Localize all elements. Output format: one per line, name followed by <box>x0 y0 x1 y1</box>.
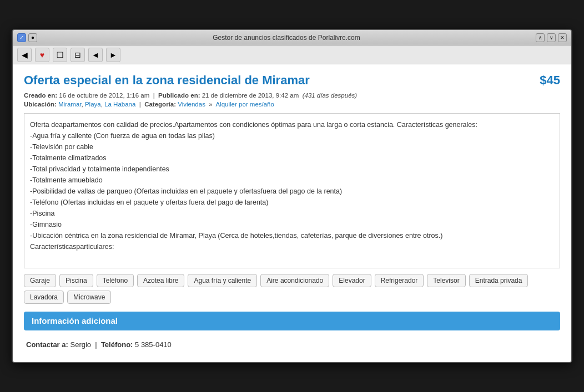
next-button[interactable]: ► <box>106 48 120 62</box>
content-area: Oferta especial en la zona residencial d… <box>13 64 571 362</box>
phone-number: 5 385-0410 <box>135 340 172 349</box>
ad-location: Ubicación: Miramar, Playa, La Habana | C… <box>24 101 560 108</box>
contact-name: Sergio <box>70 340 91 349</box>
tag-item: Agua fría y caliente <box>188 274 257 287</box>
description-text: Oferta deapartamentos con calidad de pre… <box>30 119 554 252</box>
ad-price: $45 <box>540 73 560 88</box>
scroll-up-btn[interactable]: ∧ <box>536 33 545 42</box>
category-viviendas[interactable]: Viviendas <box>178 101 205 108</box>
location-miramar[interactable]: Miramar <box>58 101 82 108</box>
info-section-title: Información adicional <box>32 316 118 325</box>
checkbox-btn[interactable]: ✓ <box>17 33 26 42</box>
contact-label: Contactar a: <box>26 340 68 349</box>
published-label: Publicado en: <box>158 92 200 99</box>
copy-icon: ❑ <box>57 50 64 59</box>
info-section: Información adicional <box>24 312 560 330</box>
tag-item: Microwave <box>67 291 111 304</box>
tag-item: Entrada privada <box>469 274 528 287</box>
location-playa[interactable]: Playa <box>85 101 101 108</box>
close-btn[interactable]: ✕ <box>558 33 567 42</box>
ad-title: Oferta especial en la zona residencial d… <box>24 73 310 88</box>
title-bar: ✓ ● Gestor de anuncios clasificados de P… <box>13 30 571 45</box>
published-note: (431 días después) <box>303 92 357 99</box>
heart-icon: ♥ <box>40 50 44 59</box>
tag-item: Azotea libre <box>137 274 184 287</box>
ad-meta: Creado en: 16 de octubre de 2012, 1:16 a… <box>24 92 560 99</box>
prev-button[interactable]: ◄ <box>88 48 103 62</box>
published-date: 21 de diciembre de 2013, 9:42 am <box>202 92 299 99</box>
contact-row: Contactar a: Sergio | Teléfono: 5 385-04… <box>24 336 560 353</box>
prev-icon: ◄ <box>92 50 99 59</box>
location-label: Ubicación: <box>24 101 57 108</box>
tag-item: Refrigerador <box>375 274 424 287</box>
phone-label: Teléfono: <box>101 340 133 349</box>
tag-item: Garaje <box>24 274 56 287</box>
toolbar: ◀ ♥ ❑ ⊟ ◄ ► <box>13 45 571 64</box>
title-bar-left: ✓ ● <box>17 33 37 42</box>
tag-item: Teléfono <box>97 274 134 287</box>
category-label: Categoría: <box>144 101 176 108</box>
window-title: Gestor de anuncios clasificados de Porla… <box>37 34 536 42</box>
print-button[interactable]: ⊟ <box>71 48 85 62</box>
copy-button[interactable]: ❑ <box>53 48 67 62</box>
description-box[interactable]: Oferta deapartamentos con calidad de pre… <box>24 113 560 268</box>
scroll-down-btn[interactable]: ∨ <box>547 33 556 42</box>
ad-header: Oferta especial en la zona residencial d… <box>24 73 560 88</box>
title-bar-right: ∧ ∨ ✕ <box>536 33 567 42</box>
tag-item: Elevador <box>333 274 371 287</box>
tag-item: Televisor <box>427 274 465 287</box>
created-date: 16 de octubre de 2012, 1:16 am <box>59 92 149 99</box>
back-button[interactable]: ◀ <box>17 48 32 62</box>
category-alquiler[interactable]: Alquiler por mes/año <box>215 101 274 108</box>
next-icon: ► <box>109 50 117 59</box>
location-habana[interactable]: La Habana <box>104 101 135 108</box>
minimize-btn[interactable]: ● <box>28 33 37 42</box>
back-icon: ◀ <box>22 50 28 59</box>
tags-row: GarajePiscinaTeléfonoAzotea libreAgua fr… <box>24 274 560 304</box>
tag-item: Lavadora <box>24 291 64 304</box>
tag-item: Aire acondicionado <box>260 274 329 287</box>
main-window: ✓ ● Gestor de anuncios clasificados de P… <box>12 29 572 363</box>
created-label: Creado en: <box>24 92 57 99</box>
tag-item: Piscina <box>59 274 93 287</box>
print-icon: ⊟ <box>74 50 81 59</box>
heart-button[interactable]: ♥ <box>35 48 49 62</box>
